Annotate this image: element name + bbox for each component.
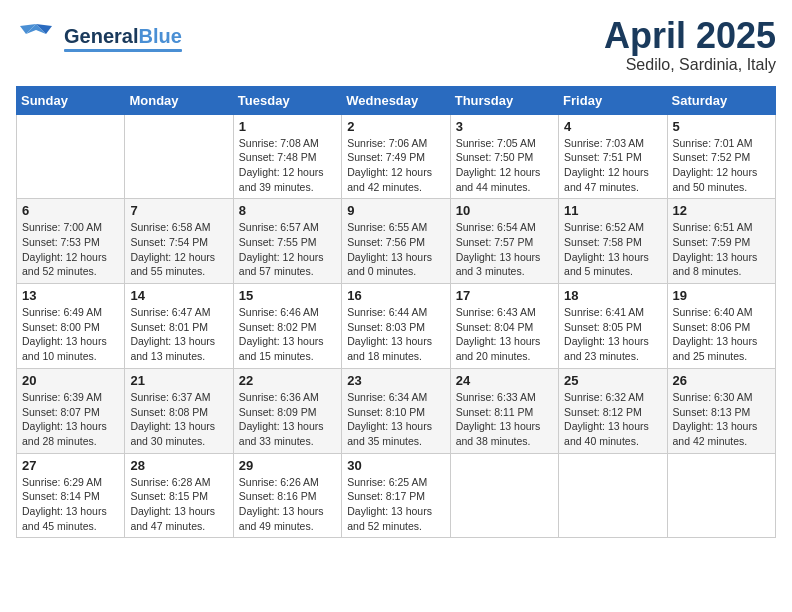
logo-underline xyxy=(64,49,182,52)
day-info: Sunrise: 6:39 AM Sunset: 8:07 PM Dayligh… xyxy=(22,390,119,449)
calendar-cell xyxy=(125,114,233,199)
calendar-week-4: 20Sunrise: 6:39 AM Sunset: 8:07 PM Dayli… xyxy=(17,368,776,453)
weekday-header-thursday: Thursday xyxy=(450,86,558,114)
weekday-header-saturday: Saturday xyxy=(667,86,775,114)
calendar-cell: 9Sunrise: 6:55 AM Sunset: 7:56 PM Daylig… xyxy=(342,199,450,284)
calendar-cell: 21Sunrise: 6:37 AM Sunset: 8:08 PM Dayli… xyxy=(125,368,233,453)
calendar-table: SundayMondayTuesdayWednesdayThursdayFrid… xyxy=(16,86,776,539)
calendar-cell: 24Sunrise: 6:33 AM Sunset: 8:11 PM Dayli… xyxy=(450,368,558,453)
day-info: Sunrise: 6:54 AM Sunset: 7:57 PM Dayligh… xyxy=(456,220,553,279)
calendar-week-2: 6Sunrise: 7:00 AM Sunset: 7:53 PM Daylig… xyxy=(17,199,776,284)
day-number: 8 xyxy=(239,203,336,218)
day-info: Sunrise: 6:58 AM Sunset: 7:54 PM Dayligh… xyxy=(130,220,227,279)
day-info: Sunrise: 6:46 AM Sunset: 8:02 PM Dayligh… xyxy=(239,305,336,364)
calendar-cell: 27Sunrise: 6:29 AM Sunset: 8:14 PM Dayli… xyxy=(17,453,125,538)
calendar-cell: 20Sunrise: 6:39 AM Sunset: 8:07 PM Dayli… xyxy=(17,368,125,453)
title-block: April 2025 Sedilo, Sardinia, Italy xyxy=(604,16,776,74)
calendar-cell: 1Sunrise: 7:08 AM Sunset: 7:48 PM Daylig… xyxy=(233,114,341,199)
day-number: 5 xyxy=(673,119,770,134)
day-number: 7 xyxy=(130,203,227,218)
logo-blue: Blue xyxy=(138,25,181,48)
day-info: Sunrise: 6:30 AM Sunset: 8:13 PM Dayligh… xyxy=(673,390,770,449)
calendar-cell xyxy=(667,453,775,538)
calendar-cell: 12Sunrise: 6:51 AM Sunset: 7:59 PM Dayli… xyxy=(667,199,775,284)
day-number: 26 xyxy=(673,373,770,388)
day-number: 28 xyxy=(130,458,227,473)
day-number: 20 xyxy=(22,373,119,388)
calendar-cell: 23Sunrise: 6:34 AM Sunset: 8:10 PM Dayli… xyxy=(342,368,450,453)
calendar-cell xyxy=(17,114,125,199)
day-info: Sunrise: 7:05 AM Sunset: 7:50 PM Dayligh… xyxy=(456,136,553,195)
calendar-cell: 16Sunrise: 6:44 AM Sunset: 8:03 PM Dayli… xyxy=(342,284,450,369)
general-blue-icon xyxy=(16,16,56,56)
calendar-cell: 19Sunrise: 6:40 AM Sunset: 8:06 PM Dayli… xyxy=(667,284,775,369)
day-number: 1 xyxy=(239,119,336,134)
weekday-header-friday: Friday xyxy=(559,86,667,114)
day-info: Sunrise: 6:28 AM Sunset: 8:15 PM Dayligh… xyxy=(130,475,227,534)
weekday-row: SundayMondayTuesdayWednesdayThursdayFrid… xyxy=(17,86,776,114)
day-number: 9 xyxy=(347,203,444,218)
day-number: 11 xyxy=(564,203,661,218)
calendar-header: SundayMondayTuesdayWednesdayThursdayFrid… xyxy=(17,86,776,114)
day-number: 2 xyxy=(347,119,444,134)
day-info: Sunrise: 6:57 AM Sunset: 7:55 PM Dayligh… xyxy=(239,220,336,279)
calendar-cell: 11Sunrise: 6:52 AM Sunset: 7:58 PM Dayli… xyxy=(559,199,667,284)
day-number: 29 xyxy=(239,458,336,473)
day-number: 3 xyxy=(456,119,553,134)
day-info: Sunrise: 6:33 AM Sunset: 8:11 PM Dayligh… xyxy=(456,390,553,449)
weekday-header-wednesday: Wednesday xyxy=(342,86,450,114)
day-number: 18 xyxy=(564,288,661,303)
page-header: GeneralBlue April 2025 Sedilo, Sardinia,… xyxy=(16,16,776,74)
day-info: Sunrise: 6:34 AM Sunset: 8:10 PM Dayligh… xyxy=(347,390,444,449)
day-info: Sunrise: 7:01 AM Sunset: 7:52 PM Dayligh… xyxy=(673,136,770,195)
day-info: Sunrise: 6:41 AM Sunset: 8:05 PM Dayligh… xyxy=(564,305,661,364)
day-info: Sunrise: 6:25 AM Sunset: 8:17 PM Dayligh… xyxy=(347,475,444,534)
location: Sedilo, Sardinia, Italy xyxy=(604,56,776,74)
calendar-cell: 2Sunrise: 7:06 AM Sunset: 7:49 PM Daylig… xyxy=(342,114,450,199)
day-info: Sunrise: 7:00 AM Sunset: 7:53 PM Dayligh… xyxy=(22,220,119,279)
calendar-cell xyxy=(450,453,558,538)
calendar-cell: 8Sunrise: 6:57 AM Sunset: 7:55 PM Daylig… xyxy=(233,199,341,284)
day-number: 10 xyxy=(456,203,553,218)
weekday-header-tuesday: Tuesday xyxy=(233,86,341,114)
calendar-week-5: 27Sunrise: 6:29 AM Sunset: 8:14 PM Dayli… xyxy=(17,453,776,538)
calendar-cell: 4Sunrise: 7:03 AM Sunset: 7:51 PM Daylig… xyxy=(559,114,667,199)
day-number: 4 xyxy=(564,119,661,134)
day-info: Sunrise: 6:40 AM Sunset: 8:06 PM Dayligh… xyxy=(673,305,770,364)
logo: GeneralBlue xyxy=(16,16,182,60)
calendar-cell: 13Sunrise: 6:49 AM Sunset: 8:00 PM Dayli… xyxy=(17,284,125,369)
day-info: Sunrise: 7:06 AM Sunset: 7:49 PM Dayligh… xyxy=(347,136,444,195)
calendar-cell: 22Sunrise: 6:36 AM Sunset: 8:09 PM Dayli… xyxy=(233,368,341,453)
logo-general: General xyxy=(64,25,138,48)
calendar-cell: 17Sunrise: 6:43 AM Sunset: 8:04 PM Dayli… xyxy=(450,284,558,369)
day-number: 14 xyxy=(130,288,227,303)
calendar-cell: 28Sunrise: 6:28 AM Sunset: 8:15 PM Dayli… xyxy=(125,453,233,538)
day-number: 17 xyxy=(456,288,553,303)
month-title: April 2025 xyxy=(604,16,776,56)
day-number: 22 xyxy=(239,373,336,388)
day-info: Sunrise: 7:03 AM Sunset: 7:51 PM Dayligh… xyxy=(564,136,661,195)
day-info: Sunrise: 6:32 AM Sunset: 8:12 PM Dayligh… xyxy=(564,390,661,449)
calendar-cell: 26Sunrise: 6:30 AM Sunset: 8:13 PM Dayli… xyxy=(667,368,775,453)
calendar-cell: 15Sunrise: 6:46 AM Sunset: 8:02 PM Dayli… xyxy=(233,284,341,369)
logo-name: GeneralBlue xyxy=(64,25,182,48)
calendar-cell: 25Sunrise: 6:32 AM Sunset: 8:12 PM Dayli… xyxy=(559,368,667,453)
day-number: 13 xyxy=(22,288,119,303)
calendar-cell xyxy=(559,453,667,538)
day-number: 30 xyxy=(347,458,444,473)
calendar-cell: 10Sunrise: 6:54 AM Sunset: 7:57 PM Dayli… xyxy=(450,199,558,284)
day-info: Sunrise: 6:47 AM Sunset: 8:01 PM Dayligh… xyxy=(130,305,227,364)
day-info: Sunrise: 6:55 AM Sunset: 7:56 PM Dayligh… xyxy=(347,220,444,279)
day-info: Sunrise: 6:26 AM Sunset: 8:16 PM Dayligh… xyxy=(239,475,336,534)
day-info: Sunrise: 6:49 AM Sunset: 8:00 PM Dayligh… xyxy=(22,305,119,364)
calendar-week-1: 1Sunrise: 7:08 AM Sunset: 7:48 PM Daylig… xyxy=(17,114,776,199)
day-number: 19 xyxy=(673,288,770,303)
day-info: Sunrise: 6:51 AM Sunset: 7:59 PM Dayligh… xyxy=(673,220,770,279)
day-number: 21 xyxy=(130,373,227,388)
day-info: Sunrise: 6:52 AM Sunset: 7:58 PM Dayligh… xyxy=(564,220,661,279)
day-number: 6 xyxy=(22,203,119,218)
calendar-body: 1Sunrise: 7:08 AM Sunset: 7:48 PM Daylig… xyxy=(17,114,776,538)
day-info: Sunrise: 6:43 AM Sunset: 8:04 PM Dayligh… xyxy=(456,305,553,364)
day-number: 12 xyxy=(673,203,770,218)
logo-text-block: GeneralBlue xyxy=(64,25,182,52)
